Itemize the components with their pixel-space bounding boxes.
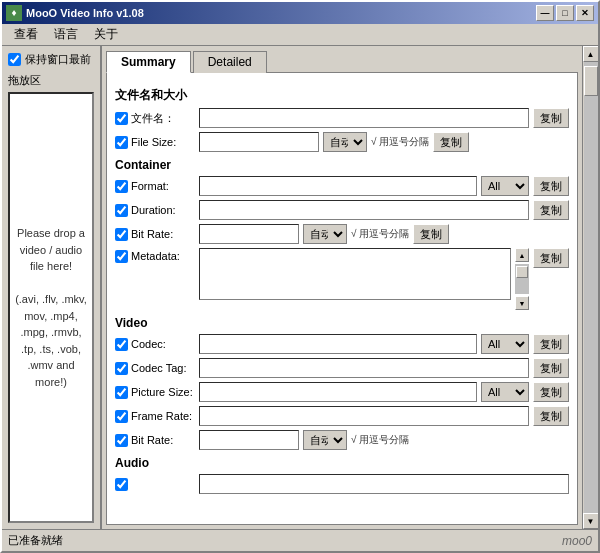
right-outer: Summary Detailed 文件名和大小 文件名： 复制 xyxy=(102,46,598,529)
section-container-heading: Container xyxy=(115,158,569,172)
filename-label-container: 文件名： xyxy=(115,111,195,126)
format-label: Format: xyxy=(131,180,169,192)
frame-rate-input[interactable] xyxy=(199,406,529,426)
filesize-label: File Size: xyxy=(131,136,176,148)
topmost-checkbox[interactable] xyxy=(8,53,21,66)
frame-rate-row: Frame Rate: 复制 xyxy=(115,406,569,426)
metadata-scroll-up[interactable]: ▲ xyxy=(515,248,529,262)
audio-placeholder-label xyxy=(115,478,195,491)
format-dropdown[interactable]: All xyxy=(481,176,529,196)
menu-bar: 查看 语言 关于 xyxy=(2,24,598,46)
picture-size-row: Picture Size: All 复制 xyxy=(115,382,569,402)
section-file-heading: 文件名和大小 xyxy=(115,87,569,104)
scroll-track[interactable] xyxy=(584,62,598,513)
app-icon: ♦ xyxy=(6,5,22,21)
filename-label: 文件名： xyxy=(131,111,175,126)
picture-size-checkbox[interactable] xyxy=(115,386,128,399)
maximize-button[interactable]: □ xyxy=(556,5,574,21)
metadata-scroll-down[interactable]: ▼ xyxy=(515,296,529,310)
video-codec-label: Codec: xyxy=(131,338,166,350)
tab-bar: Summary Detailed xyxy=(102,46,582,72)
filesize-unit-dropdown[interactable]: 自动 xyxy=(323,132,367,152)
metadata-textarea[interactable] xyxy=(199,248,511,300)
video-bitrate-input[interactable] xyxy=(199,430,299,450)
drop-hint: Please drop a video / audio file here! xyxy=(14,225,88,275)
minimize-button[interactable]: — xyxy=(536,5,554,21)
filesize-copy-button[interactable]: 复制 xyxy=(433,132,469,152)
scroll-up-button[interactable]: ▲ xyxy=(583,46,599,62)
drop-zone[interactable]: Please drop a video / audio file here! (… xyxy=(8,92,94,523)
watermark: moo0 xyxy=(562,534,592,548)
container-bitrate-label-container: Bit Rate: xyxy=(115,228,195,241)
video-bitrate-dropdown[interactable]: 自动 xyxy=(303,430,347,450)
audio-placeholder-checkbox[interactable] xyxy=(115,478,128,491)
main-window: ♦ MooO Video Info v1.08 — □ ✕ 查看 语言 关于 保… xyxy=(0,0,600,553)
title-bar-buttons: — □ ✕ xyxy=(536,5,594,21)
video-codec-checkbox[interactable] xyxy=(115,338,128,351)
tab-detailed[interactable]: Detailed xyxy=(193,51,267,73)
metadata-scroll-thumb xyxy=(516,266,528,278)
audio-placeholder-input[interactable] xyxy=(199,474,569,494)
duration-row: Duration: 复制 xyxy=(115,200,569,220)
filesize-label-container: File Size: xyxy=(115,136,195,149)
metadata-label-container: Metadata: xyxy=(115,248,195,263)
picture-size-input[interactable] xyxy=(199,382,477,402)
duration-copy-button[interactable]: 复制 xyxy=(533,200,569,220)
left-panel: 保持窗口最前 拖放区 Please drop a video / audio f… xyxy=(2,46,102,529)
filesize-row: File Size: 自动 √ 用逗号分隔 复制 xyxy=(115,132,569,152)
video-bitrate-checkbox[interactable] xyxy=(115,434,128,447)
duration-input[interactable] xyxy=(199,200,529,220)
status-text: 已准备就绪 xyxy=(8,533,63,548)
codec-tag-checkbox[interactable] xyxy=(115,362,128,375)
codec-tag-row: Codec Tag: 复制 xyxy=(115,358,569,378)
video-codec-label-container: Codec: xyxy=(115,338,195,351)
close-button[interactable]: ✕ xyxy=(576,5,594,21)
picture-size-copy-button[interactable]: 复制 xyxy=(533,382,569,402)
metadata-checkbox[interactable] xyxy=(115,250,128,263)
container-bitrate-copy-button[interactable]: 复制 xyxy=(413,224,449,244)
topmost-row: 保持窗口最前 xyxy=(8,52,94,67)
container-bitrate-input[interactable] xyxy=(199,224,299,244)
metadata-scroll-track xyxy=(515,264,529,294)
video-codec-input[interactable] xyxy=(199,334,477,354)
tab-summary[interactable]: Summary xyxy=(106,51,191,73)
metadata-copy-button[interactable]: 复制 xyxy=(533,248,569,268)
format-checkbox[interactable] xyxy=(115,180,128,193)
filename-copy-button[interactable]: 复制 xyxy=(533,108,569,128)
duration-checkbox[interactable] xyxy=(115,204,128,217)
video-codec-copy-button[interactable]: 复制 xyxy=(533,334,569,354)
filesize-input[interactable] xyxy=(199,132,319,152)
menu-language[interactable]: 语言 xyxy=(46,24,86,45)
menu-view[interactable]: 查看 xyxy=(6,24,46,45)
picture-size-label-container: Picture Size: xyxy=(115,386,195,399)
codec-tag-copy-button[interactable]: 复制 xyxy=(533,358,569,378)
video-codec-row: Codec: All 复制 xyxy=(115,334,569,354)
menu-about[interactable]: 关于 xyxy=(86,24,126,45)
metadata-label: Metadata: xyxy=(131,250,180,262)
status-bar: 已准备就绪 moo0 xyxy=(2,529,598,551)
filename-row: 文件名： 复制 xyxy=(115,108,569,128)
codec-tag-label: Codec Tag: xyxy=(131,362,186,374)
container-bitrate-dropdown[interactable]: 自动 xyxy=(303,224,347,244)
topmost-label: 保持窗口最前 xyxy=(25,52,91,67)
frame-rate-copy-button[interactable]: 复制 xyxy=(533,406,569,426)
container-bitrate-row: Bit Rate: 自动 √ 用逗号分隔 复制 xyxy=(115,224,569,244)
picture-size-dropdown[interactable]: All xyxy=(481,382,529,402)
section-video-heading: Video xyxy=(115,316,569,330)
drop-zone-label: 拖放区 xyxy=(8,73,94,88)
codec-tag-input[interactable] xyxy=(199,358,529,378)
filename-input[interactable] xyxy=(199,108,529,128)
video-bitrate-row: Bit Rate: 自动 √ 用逗号分隔 xyxy=(115,430,569,450)
container-bitrate-comma-label: √ 用逗号分隔 xyxy=(351,227,409,241)
filesize-checkbox[interactable] xyxy=(115,136,128,149)
frame-rate-checkbox[interactable] xyxy=(115,410,128,423)
filename-checkbox[interactable] xyxy=(115,112,128,125)
format-input[interactable] xyxy=(199,176,477,196)
scroll-thumb xyxy=(584,66,598,96)
scroll-down-button[interactable]: ▼ xyxy=(583,513,599,529)
duration-label-container: Duration: xyxy=(115,204,195,217)
video-codec-dropdown[interactable]: All xyxy=(481,334,529,354)
frame-rate-label: Frame Rate: xyxy=(131,410,192,422)
container-bitrate-checkbox[interactable] xyxy=(115,228,128,241)
format-copy-button[interactable]: 复制 xyxy=(533,176,569,196)
